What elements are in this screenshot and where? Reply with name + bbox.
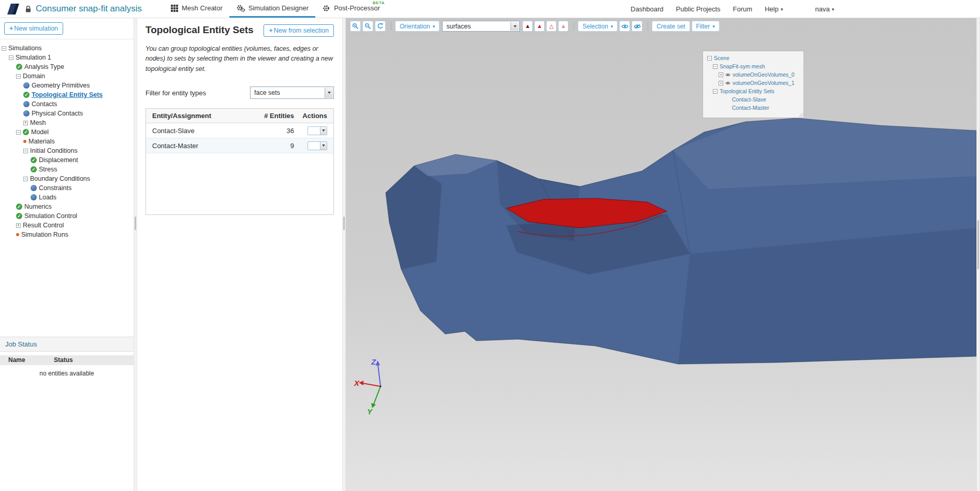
tree-item-initial-conditions[interactable]: − Initial Conditions (0, 146, 134, 155)
new-simulation-button[interactable]: + New simulation (4, 22, 63, 35)
row-actions-select[interactable] (308, 126, 327, 135)
tree-item-loads[interactable]: Loads (0, 193, 134, 202)
expand-icon[interactable]: + (719, 73, 723, 77)
scene-tree-item-contact-slave[interactable]: Contact-Slave (706, 95, 800, 104)
zoom-out-button[interactable] (362, 21, 373, 32)
dropdown-arrow-icon[interactable] (510, 22, 519, 31)
forum-link[interactable]: Forum (733, 5, 753, 13)
public-projects-link[interactable]: Public Projects (676, 5, 721, 13)
collapse-icon[interactable]: − (16, 130, 21, 135)
tab-post-processor[interactable]: BETA Post-Processor (315, 0, 387, 18)
scene-tree-item-topological-entity-sets[interactable]: − Topological Entity Sets (706, 87, 800, 95)
collapse-icon[interactable]: − (23, 149, 28, 153)
tree-item-materials[interactable]: Materials (0, 137, 134, 146)
viewer-scrollbar[interactable] (976, 18, 980, 491)
beta-badge: BETA (373, 1, 385, 5)
table-row-contact-master[interactable]: Contact-Master 9 (146, 138, 333, 153)
toolbar-divider (574, 22, 574, 30)
panel-scrollbar[interactable] (342, 18, 346, 491)
col-actions: Actions (294, 112, 327, 120)
render-mode-solid-button[interactable]: ▲ (522, 21, 533, 32)
item-dot-icon (23, 101, 30, 107)
tab-simulation-designer[interactable]: Simulation Designer (229, 0, 315, 18)
check-icon: ✓ (16, 64, 22, 70)
new-from-selection-button[interactable]: + New from selection (264, 24, 334, 37)
tree-item-simulation-1[interactable]: − Simulation 1 (0, 53, 134, 62)
collapse-icon[interactable]: − (713, 89, 718, 94)
table-row-contact-slave[interactable]: Contact-Slave 36 (146, 123, 333, 138)
tree-item-model[interactable]: − ✓ Model (0, 127, 134, 137)
scene-tree-item-contact-master[interactable]: Contact-Master (706, 104, 800, 112)
collapse-icon[interactable]: − (16, 74, 21, 79)
filter-button[interactable]: Filter ▾ (692, 21, 720, 32)
entity-type-filter-select[interactable]: face sets (250, 86, 334, 99)
tree-item-topological-entity-sets[interactable]: ✓ Topological Entity Sets (0, 90, 134, 99)
top-links: Dashboard Public Projects Forum Help ▾ n… (631, 0, 834, 18)
sidebar-scrollbar[interactable] (134, 18, 137, 491)
expand-icon[interactable]: + (719, 81, 723, 85)
tree-item-simulation-control[interactable]: ✓ Simulation Control (0, 211, 134, 221)
reset-view-button[interactable] (375, 21, 386, 32)
tree-item-contacts[interactable]: Contacts (0, 99, 134, 109)
dropdown-arrow-icon[interactable] (320, 127, 327, 135)
scrollbar-thumb[interactable] (135, 216, 136, 230)
resize-handle[interactable] (798, 112, 803, 117)
app-logo-icon (5, 2, 21, 16)
tree-item-boundary-conditions[interactable]: − Boundary Conditions (0, 174, 134, 183)
collapse-icon[interactable]: − (2, 46, 6, 51)
scene-tree-panel: − Scene − SnapFit-sym mesh + volumeOnGeo… (703, 51, 804, 118)
expand-icon[interactable]: + (16, 223, 21, 228)
col-entity-assignment: Entity/Assignment (152, 112, 253, 120)
row-actions-select[interactable] (308, 141, 327, 150)
display-mode-select[interactable]: surfaces (442, 21, 520, 32)
scrollbar-thumb[interactable] (343, 216, 345, 230)
scene-tree-item-volume-1[interactable]: + volumeOnGeoVolumes_1 (706, 79, 800, 87)
collapse-icon[interactable]: − (9, 55, 13, 60)
scene-tree-item-volume-0[interactable]: + volumeOnGeoVolumes_0 (706, 70, 800, 79)
check-icon: ✓ (31, 157, 37, 163)
scrollbar-thumb[interactable] (977, 220, 979, 269)
tree-item-constraints[interactable]: Constraints (0, 183, 134, 193)
tree-item-domain[interactable]: − Domain (0, 71, 134, 81)
render-mode-surface-edges-button[interactable]: ▲ (534, 21, 545, 32)
app-tabs: Mesh Creator Simulation Designer BETA Po… (164, 0, 387, 18)
collapse-icon[interactable]: − (23, 177, 28, 181)
tree-item-geometry-primitives[interactable]: Geometry Primitives (0, 81, 134, 90)
tree-item-analysis-type[interactable]: ✓ Analysis Type (0, 62, 134, 71)
tree-item-physical-contacts[interactable]: Physical Contacts (0, 109, 134, 118)
scene-tree-item-scene[interactable]: − Scene (706, 54, 800, 62)
tree-item-simulations[interactable]: − Simulations (0, 44, 134, 53)
user-menu[interactable]: nava ▾ (815, 5, 834, 13)
selection-button[interactable]: Selection ▾ (578, 21, 618, 32)
tab-mesh-creator[interactable]: Mesh Creator (164, 0, 229, 18)
collapse-icon[interactable]: − (713, 64, 718, 69)
hide-selected-button[interactable] (632, 21, 642, 32)
render-mode-points-button[interactable]: ▲ (558, 21, 568, 32)
render-mode-wireframe-button[interactable]: △ (546, 21, 557, 32)
dropdown-arrow-icon[interactable] (320, 142, 327, 150)
job-status-title: Job Status (0, 337, 134, 352)
scene-tree-item-snapfit-mesh[interactable]: − SnapFit-sym mesh (706, 62, 800, 70)
tree-item-simulation-runs[interactable]: Simulation Runs (0, 230, 134, 239)
axis-y-label: Y (367, 407, 373, 414)
tree-item-displacement[interactable]: ✓ Displacement (0, 155, 134, 165)
collapse-icon[interactable]: − (707, 56, 712, 61)
tree-item-stress[interactable]: ✓ Stress (0, 165, 134, 174)
tree-item-numerics[interactable]: ✓ Numerics (0, 202, 134, 211)
eye-icon[interactable] (725, 81, 730, 85)
zoom-in-button[interactable] (350, 21, 361, 32)
gear-icon (322, 4, 331, 12)
help-menu[interactable]: Help ▾ (765, 5, 783, 13)
show-all-button[interactable] (619, 21, 630, 32)
toolbar-divider (391, 22, 391, 30)
create-set-button[interactable]: Create set (652, 21, 690, 32)
dropdown-arrow-icon[interactable] (325, 88, 333, 98)
dashboard-link[interactable]: Dashboard (631, 5, 664, 13)
orientation-button[interactable]: Orientation ▾ (395, 21, 440, 32)
tree-item-result-control[interactable]: + Result Control (0, 221, 134, 230)
expand-icon[interactable]: + (23, 121, 28, 125)
tree-item-mesh[interactable]: + Mesh (0, 118, 134, 127)
viewer-toolbar: Orientation ▾ surfaces ▲ ▲ △ ▲ Selection… (350, 21, 721, 32)
3d-viewport[interactable]: Orientation ▾ surfaces ▲ ▲ △ ▲ Selection… (346, 18, 976, 491)
eye-icon[interactable] (725, 73, 730, 77)
